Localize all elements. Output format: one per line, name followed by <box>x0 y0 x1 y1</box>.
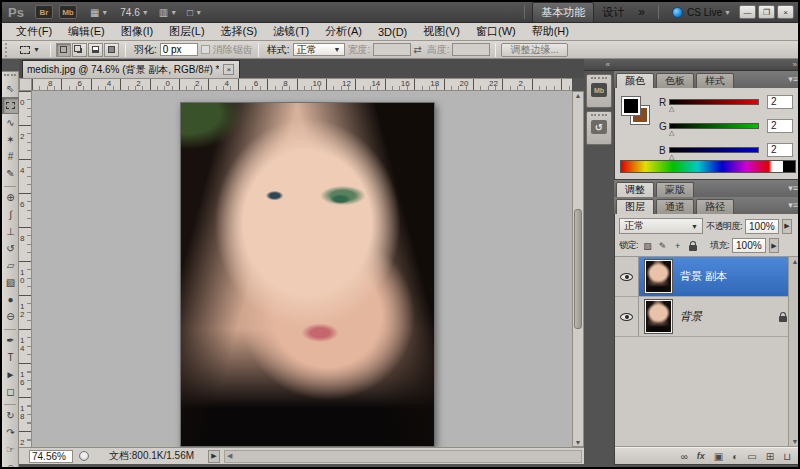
opacity-slider-button[interactable]: ▶ <box>782 219 792 234</box>
slider-thumb-icon[interactable]: △ <box>669 130 674 136</box>
slider-thumb-icon[interactable]: △ <box>669 106 674 112</box>
scroll-up-icon[interactable]: ▲ <box>575 92 582 99</box>
rect-marquee-tool[interactable] <box>2 97 19 114</box>
add-selection-button[interactable] <box>72 43 87 57</box>
healing-brush-tool[interactable]: ⊕ <box>2 189 19 206</box>
color-tab[interactable]: 颜色 <box>616 73 654 88</box>
panel-menu-icon[interactable]: ▾≡ <box>788 200 798 210</box>
brush-tool[interactable]: ∫ <box>2 206 19 223</box>
scrollbar-thumb[interactable] <box>574 209 582 329</box>
menu-item[interactable]: 帮助(H) <box>524 24 577 39</box>
layer-row[interactable]: 背景 <box>615 297 800 337</box>
layer-group-icon[interactable]: ▭ <box>747 451 756 462</box>
new-selection-button[interactable] <box>56 43 71 57</box>
layer-thumbnail[interactable] <box>645 300 672 333</box>
document-tab[interactable]: medish.jpg @ 74.6% (背景 副本, RGB/8#) * × <box>22 60 240 78</box>
g-slider[interactable]: △ <box>669 123 759 129</box>
collapse-dock-button[interactable]: « <box>584 59 614 71</box>
cs-live-menu[interactable]: CS Live ▼ <box>672 7 731 18</box>
menu-item[interactable]: 选择(S) <box>213 24 266 39</box>
menu-item[interactable]: 图像(I) <box>113 24 161 39</box>
pen-tool[interactable]: ✒ <box>2 332 19 349</box>
eraser-tool[interactable]: ▱ <box>2 257 19 274</box>
adjustment-layer-icon[interactable]: ◐ <box>732 451 738 462</box>
layer-row-main[interactable]: 背景 副本 <box>639 257 800 296</box>
layers-tab[interactable]: 路径 <box>696 199 734 214</box>
feather-input[interactable] <box>160 43 198 56</box>
chevron-down-icon[interactable]: ▼ <box>101 9 108 16</box>
layer-row-main[interactable]: 背景 <box>639 297 800 336</box>
zoom-tool[interactable]: ○ <box>2 458 19 469</box>
zoom-level-control[interactable]: 74.6 <box>120 7 139 18</box>
crop-tool[interactable]: # <box>2 148 19 165</box>
adjust-tab[interactable]: 调整 <box>616 182 654 197</box>
r-slider[interactable]: △ <box>669 99 759 105</box>
3d-rotate-tool[interactable]: ↻ <box>2 407 19 424</box>
g-value[interactable]: 2 <box>767 119 793 133</box>
magic-wand-tool[interactable]: ✶ <box>2 131 19 148</box>
opacity-value[interactable]: 100% <box>745 219 779 234</box>
blend-mode-select[interactable]: 正常 ▼ <box>619 218 703 234</box>
workspace-button-essentials[interactable]: 基本功能 <box>532 2 594 23</box>
eyedropper-tool[interactable]: ✎ <box>2 165 19 182</box>
menu-item[interactable]: 文件(F) <box>8 24 60 39</box>
intersect-selection-button[interactable] <box>104 43 119 57</box>
minibridge-panel-button[interactable]: Mb <box>586 74 612 108</box>
layers-tab[interactable]: 图层 <box>616 199 654 214</box>
adjust-tab[interactable]: 蒙版 <box>656 182 694 197</box>
dodge-tool[interactable]: ⊖ <box>2 308 19 325</box>
move-tool[interactable]: ⇖ <box>2 80 19 97</box>
lock-transparent-icon[interactable]: ▨ <box>641 239 654 252</box>
layer-row[interactable]: 背景 副本 <box>615 257 800 297</box>
menu-item[interactable]: 视图(V) <box>415 24 468 39</box>
lock-move-icon[interactable]: + <box>671 239 684 252</box>
launch-minibridge-button[interactable]: Mb <box>59 5 77 19</box>
3d-orbit-tool[interactable]: ↷ <box>2 424 19 441</box>
r-value[interactable]: 2 <box>767 95 793 109</box>
link-layers-icon[interactable]: ∞ <box>681 451 688 462</box>
color-tab[interactable]: 样式 <box>696 73 734 88</box>
path-select-tool[interactable]: ► <box>2 366 19 383</box>
menu-item[interactable]: 滤镜(T) <box>265 24 317 39</box>
lasso-tool[interactable]: ∿ <box>2 114 19 131</box>
layer-mask-icon[interactable]: ▣ <box>714 451 723 462</box>
scroll-down-icon[interactable]: ▼ <box>792 438 799 445</box>
history-brush-tool[interactable]: ↺ <box>2 240 19 257</box>
shape-tool[interactable]: ◻ <box>2 383 19 400</box>
menu-item[interactable]: 分析(A) <box>317 24 370 39</box>
new-layer-icon[interactable]: ⊞ <box>766 451 774 462</box>
color-tab[interactable]: 色板 <box>656 73 694 88</box>
panel-menu-icon[interactable]: ▾≡ <box>788 183 798 193</box>
type-tool[interactable]: T <box>2 349 19 366</box>
fill-slider-button[interactable]: ▶ <box>769 238 779 253</box>
b-value[interactable]: 2 <box>767 143 793 157</box>
antialias-checkbox[interactable] <box>201 45 210 54</box>
refine-edge-button[interactable]: 调整边缘... <box>501 43 567 57</box>
layers-tab[interactable]: 通道 <box>656 199 694 214</box>
status-zoom-field[interactable]: 74.56% <box>29 450 73 463</box>
vertical-scrollbar[interactable]: ▲ ▼ <box>572 91 584 447</box>
b-slider[interactable]: △ <box>669 147 759 153</box>
minimize-button[interactable]: — <box>739 5 756 19</box>
chevron-down-icon[interactable]: ▼ <box>195 9 202 16</box>
visibility-toggle[interactable] <box>615 257 639 296</box>
gradient-tool[interactable]: ▧ <box>2 274 19 291</box>
hand-tool[interactable]: ☞ <box>2 441 19 458</box>
scroll-up-icon[interactable]: ▲ <box>792 258 799 265</box>
visibility-toggle[interactable] <box>615 297 639 336</box>
workspace-overflow-button[interactable]: » <box>632 5 651 19</box>
status-flyout-button[interactable]: ▶ <box>208 450 220 463</box>
panel-menu-icon[interactable]: ▾≡ <box>788 74 798 84</box>
tool-preset-picker[interactable]: ▼ <box>15 46 45 54</box>
menu-item[interactable]: 窗口(W) <box>468 24 524 39</box>
arrange-documents-icon[interactable]: ▥ <box>159 7 168 18</box>
workspace-button-design[interactable]: 设计 <box>594 3 632 22</box>
chevron-down-icon[interactable]: ▼ <box>170 9 177 16</box>
swap-dimensions-icon[interactable]: ⇄ <box>413 44 421 55</box>
foreground-color-swatch[interactable] <box>621 96 641 116</box>
fill-value[interactable]: 100% <box>732 238 766 253</box>
menu-item[interactable]: 图层(L) <box>161 24 212 39</box>
delete-layer-icon[interactable]: ⊔ <box>783 451 791 462</box>
collapse-panels-button[interactable]: » <box>614 59 800 71</box>
canvas-area[interactable] <box>32 91 572 447</box>
